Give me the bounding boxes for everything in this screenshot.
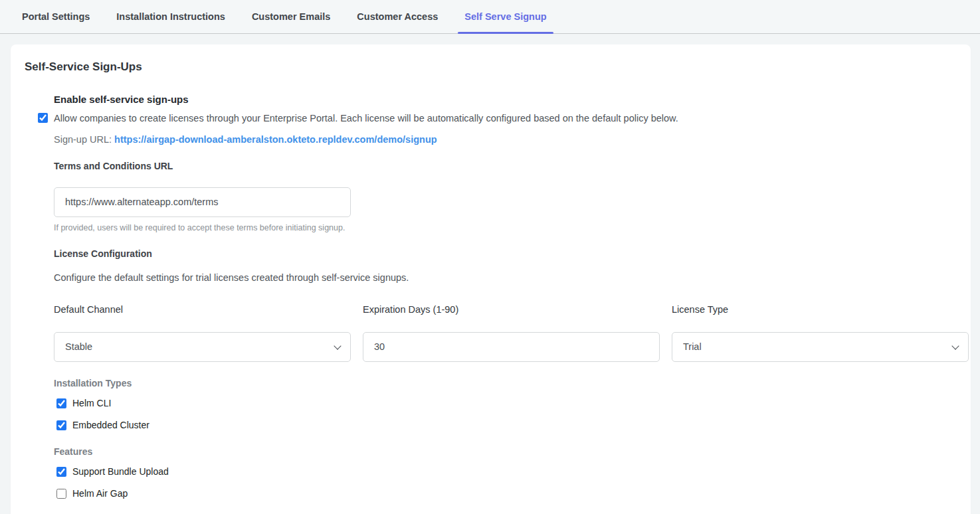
expiration-days-label: Expiration Days (1-90) — [363, 304, 660, 315]
support-bundle-upload-checkbox[interactable] — [56, 467, 66, 477]
installation-type-option: Helm CLI — [56, 398, 957, 408]
default-channel-select[interactable]: Stable — [54, 332, 351, 362]
enable-signups-description: Allow companies to create licenses throu… — [54, 112, 678, 126]
helm-air-gap-label[interactable]: Helm Air Gap — [72, 488, 128, 499]
signup-url-label: Sign-up URL: — [54, 134, 112, 145]
license-type-label: License Type — [672, 304, 969, 315]
license-type-field: License Type Trial — [672, 304, 969, 362]
tab-customer-access[interactable]: Customer Access — [350, 0, 444, 33]
feature-option: Helm Air Gap — [56, 488, 957, 499]
default-channel-field: Default Channel Stable — [54, 304, 351, 362]
default-channel-label: Default Channel — [54, 304, 351, 315]
installation-types-heading: Installation Types — [54, 378, 957, 388]
signup-url-link[interactable]: https://airgap-download-amberalston.okte… — [114, 134, 437, 145]
license-configuration-heading: License Configuration — [54, 248, 957, 259]
installation-types-list: Helm CLI Embedded Cluster — [54, 398, 957, 430]
features-heading: Features — [54, 446, 957, 457]
tab-installation-instructions[interactable]: Installation Instructions — [110, 0, 232, 33]
enable-signups-heading: Enable self-service sign-ups — [54, 94, 957, 105]
helm-air-gap-checkbox[interactable] — [56, 489, 66, 499]
tab-portal-settings[interactable]: Portal Settings — [15, 0, 96, 33]
expiration-days-field: Expiration Days (1-90) — [363, 304, 660, 362]
page-title: Self-Service Sign-Ups — [25, 60, 957, 74]
license-type-select[interactable]: Trial — [672, 332, 969, 362]
self-service-signups-card: Self-Service Sign-Ups Enable self-servic… — [11, 44, 971, 514]
installation-type-option: Embedded Cluster — [56, 420, 957, 430]
expiration-days-input[interactable] — [363, 332, 660, 362]
feature-option: Support Bundle Upload — [56, 466, 957, 477]
terms-url-input[interactable] — [54, 187, 351, 217]
features-list: Support Bundle Upload Helm Air Gap — [54, 466, 957, 499]
settings-tabbar: Portal Settings Installation Instruction… — [0, 0, 980, 34]
enable-signups-checkbox[interactable] — [38, 113, 48, 123]
helm-cli-checkbox[interactable] — [56, 398, 66, 408]
tab-self-serve-signup[interactable]: Self Serve Signup — [458, 0, 553, 33]
license-configuration-description: Configure the default settings for trial… — [54, 272, 957, 283]
terms-url-label: Terms and Conditions URL — [54, 161, 957, 171]
embedded-cluster-checkbox[interactable] — [56, 420, 66, 430]
support-bundle-upload-label[interactable]: Support Bundle Upload — [72, 466, 169, 477]
terms-helper-text: If provided, users will be required to a… — [54, 223, 957, 232]
embedded-cluster-label[interactable]: Embedded Cluster — [72, 420, 149, 430]
tab-customer-emails[interactable]: Customer Emails — [245, 0, 337, 33]
helm-cli-label[interactable]: Helm CLI — [72, 398, 111, 408]
